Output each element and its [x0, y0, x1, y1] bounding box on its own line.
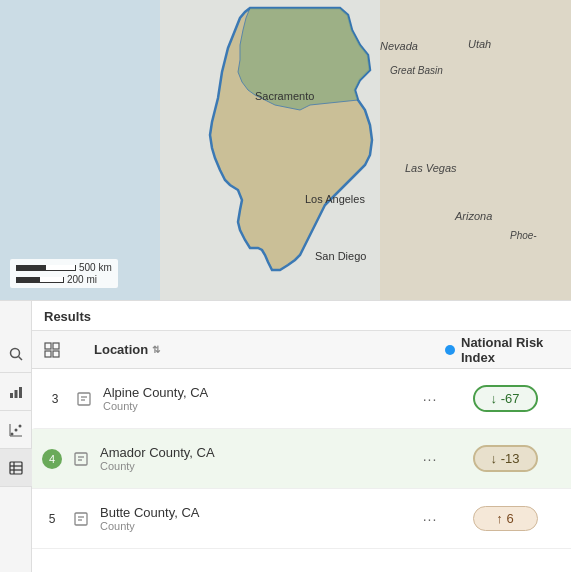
toolbar-chart-btn[interactable] — [0, 373, 32, 411]
results-panel: Results — [0, 300, 571, 572]
svg-point-7 — [11, 348, 20, 357]
svg-point-12 — [11, 432, 14, 435]
row2-name: Amador County, CA — [100, 445, 411, 460]
scale-mi: 200 mi — [67, 274, 97, 285]
svg-rect-17 — [10, 462, 22, 474]
col-location-header: Location ⇅ — [94, 342, 445, 357]
label-arizona: Arizona — [455, 210, 492, 222]
svg-point-13 — [15, 428, 18, 431]
row2-nri-col: ↓ -13 — [445, 445, 565, 472]
nri-dot — [445, 345, 455, 355]
toolbar-table-btn[interactable] — [0, 449, 32, 487]
row1-more-btn[interactable]: ··· — [415, 391, 445, 407]
row3-nri-col: ↑ 6 — [445, 506, 565, 531]
label-las-vegas: Las Vegas — [405, 162, 457, 174]
svg-point-14 — [19, 424, 22, 427]
table-row[interactable]: 3 Alpine County, CA County ··· ↓ -67 — [32, 369, 571, 429]
svg-rect-28 — [75, 453, 87, 465]
row3-number: 5 — [38, 512, 66, 526]
row1-num-col: 3 — [41, 392, 69, 406]
label-phoenix: Phoe- — [510, 230, 537, 241]
row2-type: County — [100, 460, 411, 472]
row1-location: Alpine County, CA County — [99, 385, 415, 412]
detail-icon — [73, 511, 89, 527]
label-san-diego: San Diego — [315, 250, 366, 262]
table-row[interactable]: 4 Amador County, CA County ··· ↓ -13 — [32, 429, 571, 489]
scale-km: 500 km — [79, 262, 112, 273]
svg-rect-22 — [53, 343, 59, 349]
toolbar-scatter-btn[interactable] — [0, 411, 32, 449]
col-location-label: Location — [94, 342, 148, 357]
col-nri-label: National Risk Index — [461, 335, 565, 365]
row2-nri-badge: ↓ -13 — [473, 445, 538, 472]
row1-name: Alpine County, CA — [103, 385, 411, 400]
row3-more-btn[interactable]: ··· — [415, 511, 445, 527]
row2-location: Amador County, CA County — [96, 445, 415, 472]
row3-name: Butte County, CA — [100, 505, 411, 520]
row1-nri-badge: ↓ -67 — [473, 385, 538, 412]
label-utah: Utah — [468, 38, 491, 50]
row2-more-btn[interactable]: ··· — [415, 451, 445, 467]
svg-line-8 — [19, 356, 23, 360]
svg-rect-23 — [45, 351, 51, 357]
label-nevada: Nevada — [380, 40, 418, 52]
col-nri-header: National Risk Index — [445, 335, 565, 365]
sort-icon[interactable]: ⇅ — [152, 344, 160, 355]
toolbar-search-btn[interactable] — [0, 335, 32, 373]
results-title-text: Results — [44, 309, 91, 324]
svg-rect-10 — [15, 390, 18, 398]
svg-rect-11 — [19, 387, 22, 398]
row2-num-col: 4 — [38, 449, 66, 469]
row1-number: 3 — [41, 392, 69, 406]
row1-type: County — [103, 400, 411, 412]
svg-rect-24 — [53, 351, 59, 357]
left-toolbar — [0, 301, 32, 572]
map-area[interactable]: Nevada Great Basin Utah Las Vegas Arizon… — [0, 0, 571, 300]
svg-rect-21 — [45, 343, 51, 349]
results-title: Results — [0, 301, 571, 331]
svg-rect-9 — [10, 393, 13, 398]
svg-rect-25 — [78, 393, 90, 405]
row3-type: County — [100, 520, 411, 532]
svg-rect-31 — [75, 513, 87, 525]
scale-bar: 500 km 200 mi — [10, 259, 118, 288]
row2-detail-icon[interactable] — [66, 451, 96, 467]
row3-location: Butte County, CA County — [96, 505, 415, 532]
label-los-angeles: Los Angeles — [305, 193, 365, 205]
row3-nri-badge: ↑ 6 — [473, 506, 538, 531]
grid-icon — [44, 342, 60, 358]
row3-num-col: 5 — [38, 512, 66, 526]
detail-icon — [76, 391, 92, 407]
row2-number: 4 — [42, 449, 62, 469]
row1-nri-col: ↓ -67 — [445, 385, 565, 412]
results-table: Location ⇅ National Risk Index 3 Alp — [32, 331, 571, 549]
table-row[interactable]: 5 Butte County, CA County ··· ↑ 6 — [32, 489, 571, 549]
label-great-basin: Great Basin — [390, 65, 443, 76]
row1-detail-icon[interactable] — [69, 391, 99, 407]
detail-icon — [73, 451, 89, 467]
label-sacramento: Sacramento — [255, 90, 314, 102]
header-row-icon-col — [38, 342, 66, 358]
table-header: Location ⇅ National Risk Index — [32, 331, 571, 369]
row3-detail-icon[interactable] — [66, 511, 96, 527]
svg-rect-4 — [0, 0, 160, 300]
